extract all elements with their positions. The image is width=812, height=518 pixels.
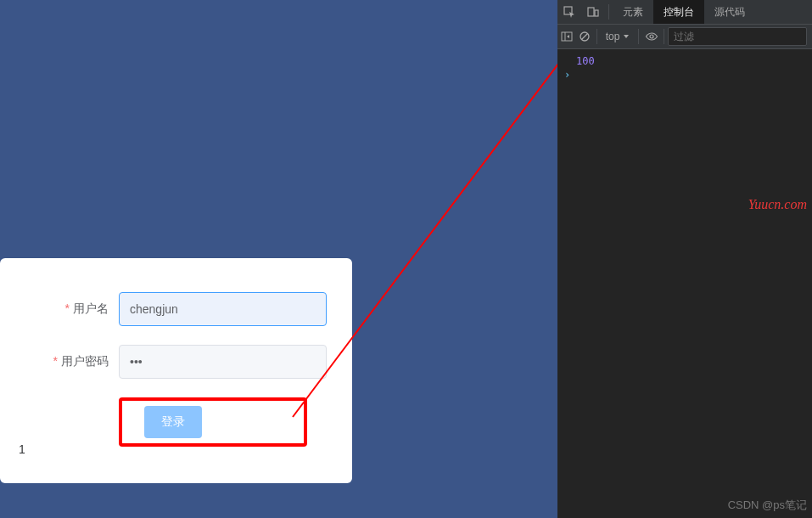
svg-rect-3 (595, 10, 598, 16)
password-input[interactable] (119, 345, 327, 379)
svg-point-8 (650, 35, 653, 38)
watermark-attribution: CSDN @ps笔记 (728, 498, 807, 513)
console-filter-input[interactable] (668, 27, 807, 46)
console-toolbar: top (557, 25, 812, 49)
context-dropdown[interactable]: top (601, 28, 636, 45)
tab-console[interactable]: 控制台 (653, 0, 704, 24)
svg-rect-2 (588, 8, 594, 16)
password-row: *用户密码 (17, 345, 327, 379)
device-toggle-icon[interactable] (581, 0, 605, 24)
login-button[interactable]: 登录 (144, 406, 202, 438)
console-prompt[interactable] (557, 68, 812, 82)
inspect-element-icon[interactable] (557, 0, 581, 24)
devtools-panel: 元素 控制台 源代码 top 100 Yuucn.com CSDN @ps笔记 (557, 0, 812, 518)
required-star: * (53, 354, 58, 368)
console-sidebar-toggle-icon[interactable] (557, 25, 575, 48)
watermark-site: Yuucn.com (748, 197, 807, 212)
username-input[interactable] (119, 292, 327, 326)
tab-elements[interactable]: 元素 (613, 0, 653, 24)
password-label: *用户密码 (17, 354, 119, 369)
svg-line-7 (581, 34, 587, 40)
clear-console-icon[interactable] (575, 25, 593, 48)
username-row: *用户名 (17, 292, 327, 326)
tab-sources[interactable]: 源代码 (704, 0, 755, 24)
live-expression-icon[interactable] (642, 25, 660, 48)
counter-text: 1 (19, 442, 25, 456)
console-log-line: 100 (557, 54, 812, 68)
username-label: *用户名 (17, 301, 119, 317)
page-background: *用户名 *用户密码 登录 1 (0, 0, 557, 518)
devtools-tabs-bar: 元素 控制台 源代码 (557, 0, 812, 25)
login-form-card: *用户名 *用户密码 登录 1 (0, 258, 352, 483)
login-button-highlight: 登录 (119, 397, 307, 447)
console-output-area: 100 (557, 49, 812, 87)
required-star: * (65, 301, 70, 315)
